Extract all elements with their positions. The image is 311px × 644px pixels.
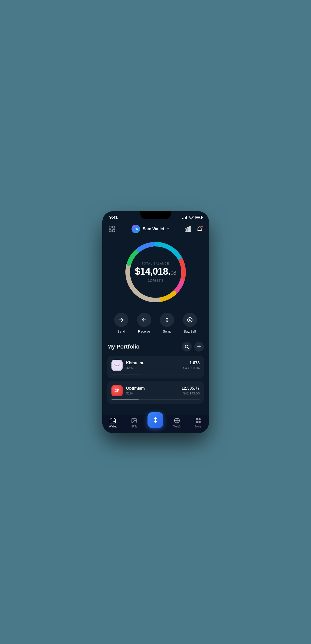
balance-label: TOTAL BALANCE [135, 262, 176, 265]
search-button[interactable] [182, 342, 192, 352]
svg-rect-8 [185, 229, 186, 232]
status-icons [182, 215, 202, 220]
optimism-usd: $42,149.56 [182, 391, 200, 395]
header: SW Sam Wallet ▾ [102, 222, 209, 237]
receive-label: Receive [138, 329, 150, 333]
nfts-nav-icon [131, 417, 137, 424]
svg-point-23 [114, 363, 120, 368]
svg-point-33 [133, 419, 134, 420]
kishu-progress-bar [111, 374, 200, 374]
nav-nfts[interactable]: NFTs [126, 417, 142, 428]
svg-point-27 [118, 365, 119, 366]
kishu-name: Kishu Inu [126, 361, 180, 365]
buysell-button[interactable]: $ Buy/Sell [183, 313, 197, 333]
assets-count: 12 Assets [135, 278, 176, 282]
center-swap-icon [152, 417, 159, 424]
asset-card-optimism[interactable]: OP Optimism 31% 12,305.77 $42,149.56 [107, 381, 204, 404]
svg-rect-42 [196, 421, 198, 423]
asset-card-kishu[interactable]: Kishu Inu 32% 1.673 $43,003.34 [107, 356, 204, 378]
svg-rect-9 [187, 227, 189, 232]
balance-whole: $14,018. [135, 266, 170, 277]
kishu-amount: 1.673 [183, 361, 200, 365]
svg-rect-10 [189, 226, 191, 232]
nav-more[interactable]: More [191, 417, 206, 428]
wallet-name: Sam Wallet [143, 227, 164, 231]
kishu-percent: 32% [126, 366, 180, 370]
notch [140, 211, 171, 219]
send-button[interactable]: Send [114, 313, 128, 333]
signal-bars-icon [182, 216, 187, 219]
portfolio-header-actions [182, 342, 204, 352]
chart-icon[interactable] [184, 225, 192, 233]
svg-rect-2 [113, 226, 115, 228]
optimism-icon: OP [111, 385, 123, 396]
more-nav-label: More [195, 425, 201, 428]
send-label: Send [117, 329, 125, 333]
add-button[interactable] [194, 342, 204, 352]
swap-label: Swap [163, 329, 171, 333]
header-right-icons [184, 225, 204, 233]
optimism-amount: 12,305.77 [182, 386, 200, 391]
balance-amount: $14,018.08 [135, 267, 176, 276]
svg-point-26 [116, 365, 117, 366]
receive-icon [141, 317, 147, 323]
nfts-nav-label: NFTs [131, 425, 137, 428]
more-nav-icon [195, 417, 202, 424]
send-icon [119, 317, 124, 323]
scan-icon[interactable] [107, 224, 117, 234]
optimism-name: Optimism [126, 386, 178, 391]
optimism-percent: 31% [126, 391, 178, 395]
chart-center: TOTAL BALANCE $14,018.08 12 Assets [135, 262, 176, 282]
add-icon [197, 344, 201, 349]
nav-center-swap[interactable] [148, 417, 163, 428]
nav-wallet[interactable]: Wallet [105, 417, 120, 428]
portfolio-header: My Portfolio [107, 342, 204, 352]
wallet-selector[interactable]: SW Sam Wallet ▾ [132, 225, 169, 233]
swap-button[interactable]: Swap [160, 313, 174, 333]
notification-badge [201, 225, 203, 228]
svg-rect-3 [109, 230, 111, 232]
web3-nav-label: Web3 [173, 425, 181, 428]
svg-rect-40 [196, 418, 198, 420]
chevron-down-icon: ▾ [167, 227, 169, 231]
svg-rect-41 [199, 418, 201, 420]
svg-point-0 [191, 219, 191, 220]
search-icon [185, 344, 189, 349]
buysell-label: Buy/Sell [184, 329, 196, 333]
balance-cents: 08 [170, 270, 176, 276]
action-buttons: Send Receive [102, 310, 209, 339]
portfolio-section: My Portfolio [102, 339, 209, 415]
svg-text:$: $ [189, 318, 190, 321]
status-time: 9:41 [109, 215, 118, 220]
web3-nav-icon [174, 417, 180, 424]
svg-point-28 [117, 366, 118, 366]
portfolio-title: My Portfolio [107, 343, 140, 350]
bottom-nav: Wallet NFTs [102, 415, 209, 433]
svg-rect-43 [199, 421, 201, 423]
buysell-icon: $ [187, 317, 193, 323]
swap-icon [164, 317, 170, 323]
wallet-nav-label: Wallet [109, 425, 117, 428]
receive-button[interactable]: Receive [137, 313, 151, 333]
battery-icon [195, 216, 202, 219]
portfolio-chart: TOTAL BALANCE $14,018.08 12 Assets [102, 237, 209, 310]
notification-icon[interactable] [195, 225, 204, 233]
avatar: SW [132, 225, 140, 233]
wallet-nav-icon [109, 417, 116, 424]
kishu-icon [111, 360, 123, 371]
phone-frame: 9:41 [102, 211, 209, 433]
optimism-progress-bar [111, 399, 200, 400]
main-content: TOTAL BALANCE $14,018.08 12 Assets [102, 237, 209, 415]
chart-container: TOTAL BALANCE $14,018.08 12 Assets [123, 239, 189, 305]
nav-web3[interactable]: Web3 [169, 417, 185, 428]
svg-rect-1 [109, 226, 111, 228]
wifi-icon [188, 215, 194, 220]
kishu-usd: $43,003.34 [183, 366, 200, 370]
svg-line-19 [188, 348, 189, 349]
screen: 9:41 [102, 211, 209, 433]
